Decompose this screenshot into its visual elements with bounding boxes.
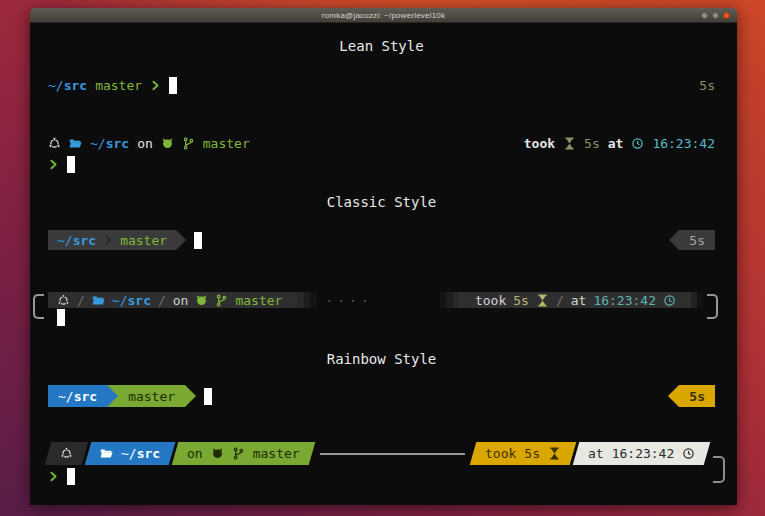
lean-prompt-2-right: took 5s at 16:23:42 [524,136,715,151]
at-label: at [608,136,624,151]
rainbow-duration-segment: took 5s [469,442,576,465]
at-label: at [588,446,604,461]
git-branch-name: master [128,389,175,404]
segment-separator: / [158,293,166,308]
lean-prompt-2-input-line [48,155,715,173]
took-label: took [485,446,516,461]
current-directory: ~/src [57,233,96,248]
segment-separator: / [556,293,564,308]
terminal-cursor [67,468,75,485]
current-directory: ~/src [121,446,160,461]
on-label: on [137,136,153,151]
maximize-button[interactable] [712,12,719,19]
window-title: romka@jacuzzi: ~/powerlevel10k [322,11,445,20]
current-time: 16:23:42 [611,446,674,461]
classic-left-segment: ~/src master [48,230,176,250]
rainbow-prompt-2-input-line [48,467,715,485]
terminal-cursor [57,309,65,326]
hourglass-icon [536,294,549,307]
git-branch-icon [232,447,245,460]
terminal-cursor [169,77,177,94]
segment-fade [685,292,703,308]
command-duration: 5s [689,389,705,404]
close-button[interactable] [723,12,730,19]
command-duration: 5s [584,136,600,151]
github-icon [195,294,208,307]
command-duration: 5s [699,78,715,93]
git-branch-name: master [95,78,142,93]
powerline-arrow-icon [176,230,186,250]
terminal-cursor [67,156,75,173]
rainbow-os-segment [45,442,89,465]
lean-prompt-1-left: ~/src master [48,77,177,94]
prompt-chevron-icon [48,471,59,482]
os-logo-icon [57,294,70,307]
at-label: at [571,293,587,308]
current-directory: ~/src [48,78,87,93]
prompt-connector-line [320,453,465,455]
clock-icon [682,447,695,460]
classic-right-segment: 5s [679,230,715,250]
folder-icon [100,447,113,460]
on-label: on [173,293,189,308]
powerline-arrow-icon [668,385,679,407]
terminal-window: romka@jacuzzi: ~/powerlevel10k Lean Styl… [30,8,737,505]
lean-prompt-2-left: ~/src on master [48,136,250,151]
folder-icon [69,137,82,150]
lean-prompt-2: ~/src on master took 5s at [48,134,715,152]
current-time: 16:23:42 [593,293,656,308]
took-label: took [475,293,506,308]
clock-icon [663,294,676,307]
git-branch-icon [215,294,228,307]
rainbow-duration-segment: 5s [679,385,715,407]
github-icon [161,137,174,150]
current-directory: ~/src [90,136,129,151]
window-controls [701,12,730,19]
current-directory: ~/src [58,389,97,404]
prompt-chevron-icon [150,80,161,91]
lean-style-heading: Lean Style [48,37,715,55]
segment-separator: / [77,293,85,308]
git-branch-name: master [120,233,167,248]
git-branch-name: master [235,293,282,308]
os-logo-icon [48,137,61,150]
rainbow-style-heading: Rainbow Style [48,350,715,368]
rainbow-dir-segment: ~/src [85,442,176,465]
segment-fade [291,292,317,308]
minimize-button[interactable] [701,12,708,19]
classic-right-segment: took 5s / at 16:23:42 [466,292,685,308]
terminal-cursor [204,388,212,405]
hourglass-icon [548,447,561,460]
prompt-frame-bracket-left [33,294,44,319]
command-duration: 5s [689,233,705,248]
classic-prompt-2: / ~/src / on master ···· [48,292,703,308]
lean-prompt-1: ~/src master 5s [48,76,715,94]
git-branch-name: master [203,136,250,151]
segment-fade [440,292,466,308]
segment-separator-icon [103,231,113,249]
classic-prompt-1: ~/src master 5s [48,230,715,250]
rainbow-time-segment: at 16:23:42 [572,442,710,465]
classic-style-heading: Classic Style [48,193,715,211]
clock-icon [631,137,644,150]
git-branch-icon [182,137,195,150]
git-branch-name: master [253,446,300,461]
rainbow-dir-segment: ~/src [48,385,107,407]
desktop-background: romka@jacuzzi: ~/powerlevel10k Lean Styl… [0,0,765,516]
current-directory: ~/src [112,293,151,308]
classic-left-segment: / ~/src / on master [48,292,291,308]
current-time: 16:23:42 [652,136,715,151]
rainbow-prompt-1: ~/src master 5s [48,385,715,407]
command-duration: 5s [524,446,540,461]
prompt-chevron-icon [48,159,59,170]
hourglass-icon [563,137,576,150]
command-duration: 5s [513,293,529,308]
window-titlebar[interactable]: romka@jacuzzi: ~/powerlevel10k [30,8,737,23]
powerline-arrow-icon [669,230,679,250]
powerline-arrow-icon [107,385,118,407]
on-label: on [187,446,203,461]
terminal-content[interactable]: Lean Style ~/src master 5s [30,23,737,505]
rainbow-git-segment: on master [172,442,315,465]
rainbow-prompt-2: ~/src on master [48,442,707,465]
rainbow-git-segment: master [118,385,185,407]
